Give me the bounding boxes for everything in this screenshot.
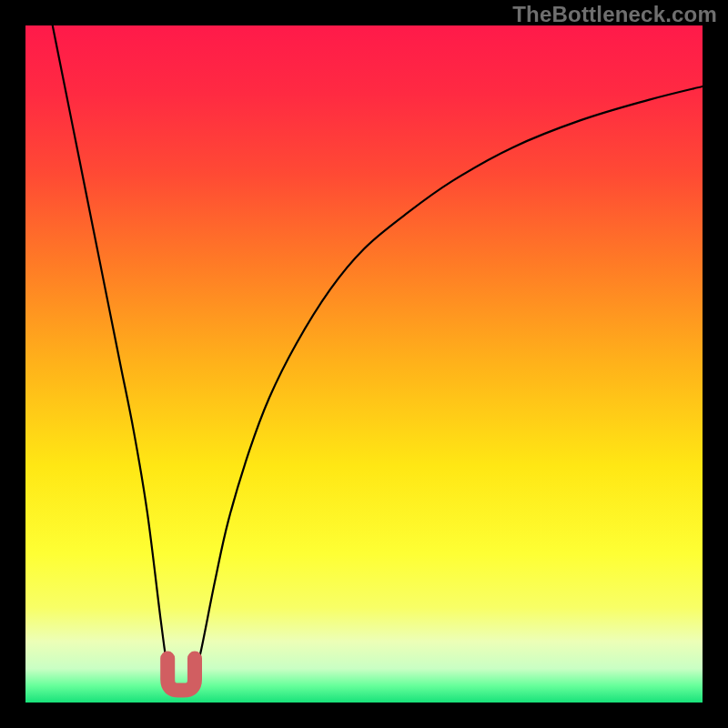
chart-stage: TheBottleneck.com	[0, 0, 728, 728]
watermark-text: TheBottleneck.com	[512, 2, 717, 27]
optimal-range-marker	[167, 659, 195, 691]
curve-layer	[25, 25, 703, 703]
plot-area	[25, 25, 703, 703]
bottleneck-curve	[53, 25, 703, 691]
